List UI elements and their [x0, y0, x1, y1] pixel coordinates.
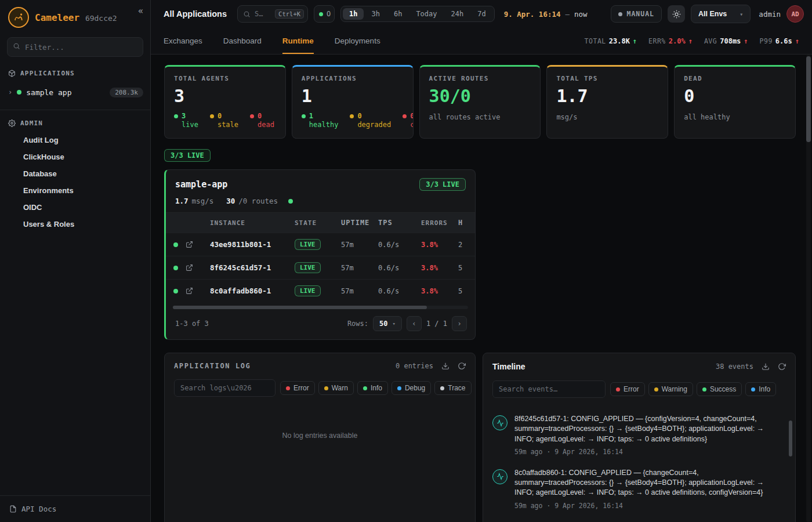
row-count-label: 1-3 of 3	[175, 320, 209, 328]
download-icon[interactable]	[762, 362, 770, 371]
header-stats: TOTAL 23.8K ↑ ERR% 2.0% ↑ AVG 708ms ↑ P9…	[585, 28, 799, 54]
sidebar-item-clickhouse[interactable]: ClickHouse	[0, 148, 150, 165]
trend-up-icon: ↑	[633, 37, 637, 45]
external-link-icon[interactable]	[186, 241, 210, 248]
log-filter-info[interactable]: Info	[357, 381, 388, 395]
status-dot-green	[17, 90, 21, 95]
tab-dashboard[interactable]: Dashboard	[223, 28, 262, 54]
refresh-icon[interactable]	[458, 362, 466, 370]
cell-heap: 2	[458, 241, 476, 249]
horizontal-scrollbar-thumb[interactable]	[173, 306, 427, 309]
sidebar-item-database[interactable]: Database	[0, 165, 150, 182]
next-page-button[interactable]: ›	[452, 316, 467, 331]
timeline-scrollbar-thumb[interactable]	[789, 420, 792, 456]
refresh-icon[interactable]	[778, 362, 786, 371]
global-search-button[interactable]: S… Ctrl+K	[237, 5, 308, 23]
app-routes-suffix: /0 routes	[238, 197, 278, 205]
stat-card-value: 3	[174, 88, 276, 105]
theme-toggle-button[interactable]	[668, 5, 685, 23]
manual-label: MANUAL	[626, 10, 654, 18]
app-logo-text: Cameleer	[35, 12, 79, 23]
online-status-toggle[interactable]: O	[314, 5, 335, 23]
state-badge: LIVE	[295, 239, 321, 250]
timeline-filter-info[interactable]: Info	[745, 382, 776, 396]
breakdown-label: dead	[258, 121, 274, 129]
external-link-icon[interactable]	[186, 264, 210, 271]
environment-select[interactable]: All Envs ▾	[691, 5, 751, 23]
app-routes-value: 30	[226, 197, 235, 205]
breakdown-value: 3	[182, 112, 198, 121]
log-panel-title: APPLICATION LOG	[174, 362, 251, 370]
timeline-event[interactable]: 8f6245c61d57-1: CONFIG_APPLIED — {config…	[492, 408, 782, 462]
time-window-separator: —	[566, 10, 570, 19]
applications-section-header: APPLICATIONS	[0, 65, 150, 82]
chevron-right-icon[interactable]: ›	[8, 88, 12, 96]
range-button-1h[interactable]: 1h	[343, 8, 364, 20]
sidebar-item-audit-log[interactable]: Audit Log	[0, 132, 150, 148]
table-row[interactable]: 43ee9811b801-1 LIVE 57m 0.6/s 3.8% 2	[166, 233, 476, 256]
range-button-7d[interactable]: 7d	[471, 8, 492, 20]
sidebar-filter-input[interactable]	[7, 37, 143, 57]
app-version: 69dcce2	[85, 14, 117, 23]
timeline-filter-warning[interactable]: Warning	[648, 382, 693, 396]
log-filter-debug[interactable]: Debug	[392, 381, 431, 395]
tab-exchanges[interactable]: Exchanges	[164, 28, 202, 54]
collapse-sidebar-icon[interactable]: «	[138, 6, 143, 16]
col-header-tps: TPS	[378, 219, 421, 227]
status-dot	[302, 114, 306, 118]
range-button-6h[interactable]: 6h	[387, 8, 408, 20]
admin-section-header: ADMIN	[0, 115, 150, 132]
cell-uptime: 57m	[341, 241, 378, 249]
timeline-search-input[interactable]	[492, 380, 606, 398]
online-status-label: O	[327, 10, 331, 18]
breakdown-label: criti	[410, 121, 413, 129]
status-dot	[397, 386, 401, 390]
log-filter-warn[interactable]: Warn	[318, 381, 354, 395]
app-card-title: sample-app	[175, 179, 227, 190]
page-indicator: 1 / 1	[426, 320, 447, 328]
time-window[interactable]: 9. Apr. 16:14 — now	[504, 10, 588, 19]
time-window-start: 9. Apr. 16:14	[504, 10, 561, 19]
table-row[interactable]: 8c0affadb860-1 LIVE 57m 0.6/s 3.8% 5	[166, 279, 476, 302]
log-filter-error[interactable]: Error	[280, 381, 315, 395]
avatar[interactable]: AD	[786, 5, 804, 23]
timeline-filter-success[interactable]: Success	[697, 382, 742, 396]
cell-uptime: 57m	[341, 287, 378, 295]
range-button-3h[interactable]: 3h	[365, 8, 386, 20]
applications-section-label: APPLICATIONS	[20, 70, 75, 77]
vertical-scrollbar-thumb[interactable]	[806, 56, 811, 142]
log-empty-state: No log entries available	[165, 404, 475, 467]
sidebar-item-environments[interactable]: Environments	[0, 182, 150, 199]
timeline-event-list: 8f6245c61d57-1: CONFIG_APPLIED — {config…	[483, 405, 795, 522]
external-link-icon[interactable]	[186, 287, 210, 295]
breakdown-value: 0	[357, 112, 391, 121]
stat-card-subtitle: all healthy	[684, 113, 786, 121]
range-button-24h[interactable]: 24h	[445, 8, 470, 20]
status-dot	[324, 386, 328, 390]
timeline-event[interactable]: 8c0affadb860-1: CONFIG_APPLIED — {change…	[492, 462, 782, 516]
range-button-today[interactable]: Today	[409, 8, 443, 20]
cell-errors: 3.8%	[421, 287, 458, 295]
log-search-input[interactable]	[174, 379, 276, 397]
stat-card-value: 0	[684, 88, 786, 105]
tab-runtime[interactable]: Runtime	[282, 28, 314, 54]
download-icon[interactable]	[441, 362, 449, 370]
table-row[interactable]: 8f6245c61d57-1 LIVE 57m 0.6/s 3.8% 5	[166, 256, 476, 279]
camel-logo-icon	[8, 7, 29, 28]
rows-per-page-select[interactable]: 50 ▾	[373, 316, 402, 331]
sidebar-item-users-roles[interactable]: Users & Roles	[0, 216, 150, 233]
activity-icon	[492, 469, 507, 484]
sidebar-item-oidc[interactable]: OIDC	[0, 199, 150, 216]
prev-page-button[interactable]: ‹	[407, 316, 422, 331]
timeline-filter-error[interactable]: Error	[610, 382, 645, 396]
time-window-end: now	[574, 10, 588, 19]
status-dot	[702, 387, 706, 392]
stat-cards-row: TOTAL AGENTS 3 3 live 0 stale	[164, 65, 796, 139]
sidebar-item-sample-app[interactable]: › sample app 208.3k	[0, 82, 150, 103]
manual-refresh-button[interactable]: MANUAL	[611, 5, 662, 23]
log-filter-trace[interactable]: Trace	[434, 381, 471, 395]
tab-deployments[interactable]: Deployments	[335, 28, 380, 54]
api-docs-link[interactable]: API Docs	[0, 495, 150, 522]
timeline-event[interactable]: 43ee9811b801-1: CONFIG_APPLIED — {change…	[492, 516, 782, 522]
breakdown-value: 0	[217, 112, 238, 121]
